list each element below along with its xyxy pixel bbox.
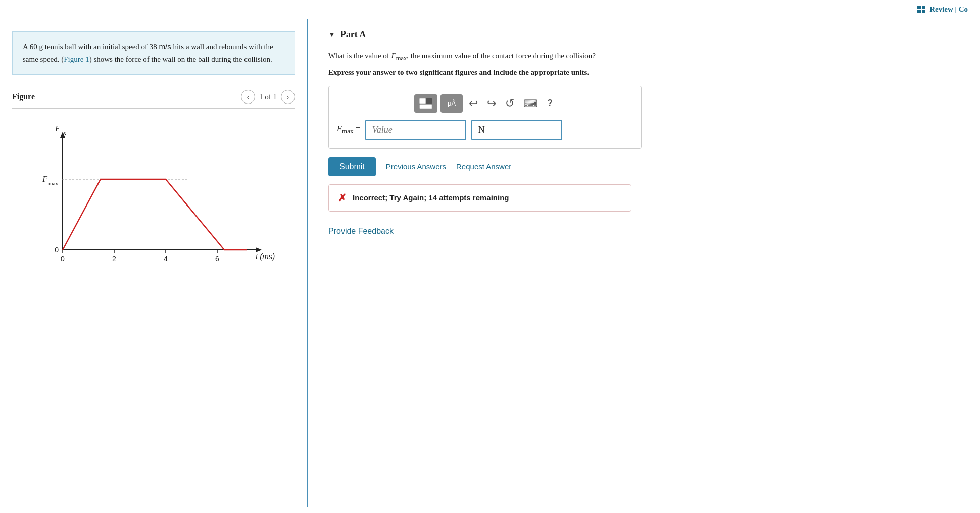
figure-divider: [12, 108, 295, 109]
svg-rect-3: [922, 10, 925, 13]
template-icon: [419, 98, 432, 109]
svg-text:6: 6: [215, 254, 219, 263]
svg-text:2: 2: [112, 254, 116, 263]
figure-next-btn[interactable]: ›: [281, 90, 295, 104]
bold-instruction: Express your answer to two significant f…: [328, 68, 960, 77]
submit-button[interactable]: Submit: [328, 157, 376, 176]
action-row: Submit Previous Answers Request Answer: [328, 157, 960, 176]
figure-1-link[interactable]: Figure 1: [64, 55, 89, 63]
request-answer-link[interactable]: Request Answer: [456, 162, 511, 171]
figure-header: Figure ‹ 1 of 1 ›: [12, 90, 295, 104]
svg-text:4: 4: [164, 254, 168, 263]
review-link[interactable]: Review | Co: [917, 5, 968, 14]
svg-rect-26: [426, 98, 432, 104]
svg-rect-2: [917, 10, 921, 13]
symbol-button[interactable]: μÅ: [440, 94, 463, 113]
svg-text:0: 0: [55, 246, 59, 254]
figure-title: Figure: [12, 92, 35, 101]
f-label: F: [337, 124, 342, 133]
undo-button[interactable]: ↩: [466, 95, 481, 112]
previous-answers-link[interactable]: Previous Answers: [386, 162, 446, 171]
speed-unit: m/s: [159, 42, 171, 51]
svg-rect-24: [420, 98, 425, 104]
provide-feedback-button[interactable]: Provide Feedback: [328, 227, 394, 236]
part-header: ▼ Part A: [328, 29, 960, 40]
bars-icon: [917, 6, 926, 13]
max-label-sub: max: [342, 127, 354, 135]
unit-input[interactable]: [471, 120, 562, 140]
part-collapse-arrow[interactable]: ▼: [328, 31, 335, 39]
svg-rect-1: [922, 6, 925, 9]
review-label: Review | Co: [929, 5, 968, 14]
svg-rect-0: [917, 6, 921, 9]
svg-text:0: 0: [61, 254, 65, 263]
input-row: Fmax =: [337, 120, 633, 140]
graph-container: F x F max 0 0 2: [12, 119, 295, 295]
svg-text:F: F: [42, 175, 47, 183]
redo-button[interactable]: ↪: [484, 95, 499, 112]
keyboard-button[interactable]: ⌨: [520, 95, 541, 112]
max-subscript: max: [396, 55, 407, 62]
left-panel: A 60 g tennis ball with an initial speed…: [0, 19, 308, 507]
problem-box: A 60 g tennis ball with an initial speed…: [12, 31, 295, 75]
incorrect-box: ✗ Incorrect; Try Again; 14 attempts rema…: [328, 184, 631, 212]
svg-text:F: F: [55, 124, 60, 133]
problem-text-before: A 60 g tennis ball with an initial speed…: [23, 43, 159, 51]
figure-nav: ‹ 1 of 1 ›: [241, 90, 295, 104]
incorrect-icon: ✗: [338, 192, 347, 204]
problem-text-after-link: ) shows the force of the wall on the bal…: [89, 55, 272, 63]
value-input[interactable]: [365, 120, 466, 140]
help-button[interactable]: ?: [544, 96, 556, 111]
figure-section: Figure ‹ 1 of 1 ›: [12, 90, 295, 295]
part-title: Part A: [340, 29, 366, 40]
toolbar: μÅ ↩ ↪ ↺ ⌨ ?: [337, 94, 633, 113]
svg-text:max: max: [48, 180, 58, 186]
main-layout: A 60 g tennis ball with an initial speed…: [0, 19, 980, 507]
equals-sign: =: [356, 124, 360, 133]
top-bar: Review | Co: [0, 0, 980, 19]
equation-label: Fmax =: [337, 124, 360, 135]
svg-text:t (ms): t (ms): [256, 252, 275, 261]
svg-text:x: x: [63, 129, 66, 136]
f-max-symbol: F: [391, 52, 396, 60]
incorrect-message: Incorrect; Try Again; 14 attempts remain…: [353, 193, 509, 202]
answer-box: μÅ ↩ ↪ ↺ ⌨ ? Fmax =: [328, 86, 642, 149]
refresh-button[interactable]: ↺: [502, 95, 517, 112]
graph-svg: F x F max 0 0 2: [17, 124, 280, 285]
figure-nav-text: 1 of 1: [259, 93, 277, 101]
svg-rect-27: [420, 105, 432, 109]
right-panel: ▼ Part A What is the value of Fmax, the …: [308, 19, 980, 507]
template-button[interactable]: [414, 94, 437, 113]
question-text: What is the value of Fmax, the maximum v…: [328, 50, 960, 63]
figure-prev-btn[interactable]: ‹: [241, 90, 255, 104]
